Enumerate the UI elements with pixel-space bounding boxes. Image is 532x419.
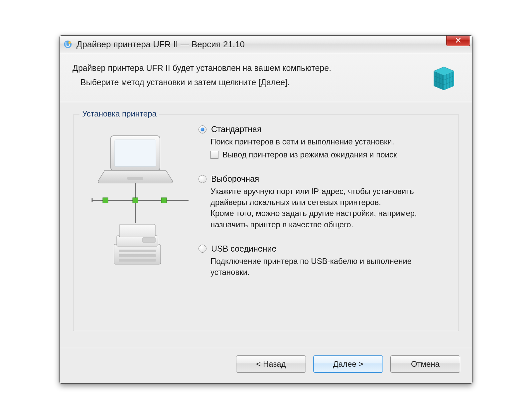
svg-rect-29 xyxy=(119,224,155,237)
header-text: Драйвер принтера UFR II будет установлен… xyxy=(72,63,331,87)
radio-standard[interactable] xyxy=(199,125,206,133)
radio-custom[interactable] xyxy=(199,175,206,183)
group-legend: Установка принтера xyxy=(79,109,159,118)
dialog-footer: < Назад Далее > Отмена xyxy=(60,348,472,383)
close-button[interactable] xyxy=(446,35,470,46)
dialog-body: Установка принтера xyxy=(60,102,472,348)
option-usb-desc: Подключение принтера по USB-кабелю и вып… xyxy=(210,256,450,278)
radio-usb[interactable] xyxy=(199,245,206,253)
install-options: Стандартная Поиск принтеров в сети и вып… xyxy=(192,124,450,278)
cancel-button[interactable]: Отмена xyxy=(390,355,460,373)
svg-point-0 xyxy=(64,41,72,48)
titlebar: Драйвер принтера UFR II — Версия 21.10 xyxy=(60,36,472,53)
option-usb-label: USB соединение xyxy=(211,244,276,254)
checkbox-wake-printers[interactable] xyxy=(210,151,218,159)
option-standard: Стандартная Поиск принтеров в сети и вып… xyxy=(199,124,450,160)
header-line-2: Выберите метод установки и затем щелкнит… xyxy=(80,78,331,87)
svg-rect-33 xyxy=(119,259,156,262)
svg-rect-32 xyxy=(119,254,156,257)
close-icon xyxy=(455,37,461,43)
dialog-header: Драйвер принтера UFR II будет установлен… xyxy=(60,53,472,102)
svg-rect-30 xyxy=(143,238,155,242)
option-custom-desc: Укажите вручную порт или IP-адрес, чтобы… xyxy=(210,186,450,230)
option-standard-label: Стандартная xyxy=(211,124,261,134)
app-icon xyxy=(63,40,72,49)
svg-rect-25 xyxy=(115,140,156,166)
option-custom: Выборочная Укажите вручную порт или IP-а… xyxy=(199,174,450,230)
next-button[interactable]: Далее > xyxy=(313,355,383,373)
option-custom-label: Выборочная xyxy=(211,174,259,184)
network-diagram xyxy=(82,124,192,284)
install-method-group: Установка принтера xyxy=(73,114,459,331)
window-title: Драйвер принтера UFR II — Версия 21.10 xyxy=(76,39,245,50)
svg-rect-23 xyxy=(161,198,167,203)
checkbox-wake-printers-label: Вывод принтеров из режима ожидания и пои… xyxy=(222,149,397,160)
svg-rect-31 xyxy=(119,250,156,252)
header-line-1: Драйвер принтера UFR II будет установлен… xyxy=(72,63,331,73)
svg-rect-22 xyxy=(103,198,108,203)
install-icon xyxy=(429,63,459,93)
svg-rect-26 xyxy=(127,177,143,180)
back-button[interactable]: < Назад xyxy=(236,355,306,373)
option-standard-desc: Поиск принтеров в сети и выполнение уста… xyxy=(210,136,450,147)
svg-point-1 xyxy=(68,41,71,44)
installer-dialog: Драйвер принтера UFR II — Версия 21.10 Д… xyxy=(60,35,472,384)
svg-rect-21 xyxy=(133,198,138,203)
option-usb: USB соединение Подключение принтера по U… xyxy=(199,244,450,278)
